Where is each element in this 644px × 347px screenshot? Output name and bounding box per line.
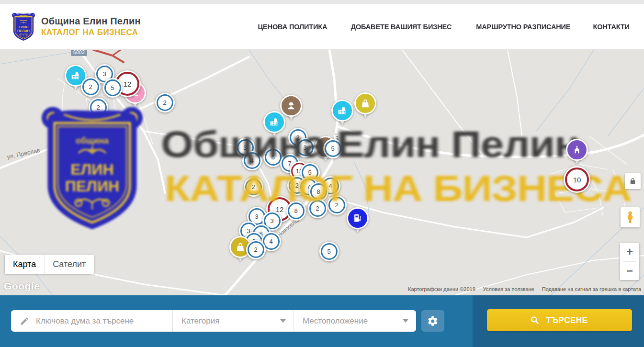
attribution-report-error-link[interactable]: Подаване на сигнал за грешка в картата	[542, 286, 641, 292]
svg-text:община: община	[20, 19, 27, 22]
google-map[interactable]: 6002 ул. Преслав бул. „Новоселци“ ци"	[0, 50, 644, 295]
zoom-out-button[interactable]: −	[620, 261, 639, 280]
attribution-copyright: Картографски данни ©2019	[408, 286, 475, 292]
church-icon	[572, 145, 582, 155]
municipality-crest-logo: община ЕЛИН ПЕЛИН	[11, 12, 35, 42]
chevron-down-icon	[403, 319, 408, 323]
pegman-icon	[624, 210, 636, 224]
street-view-pegman-button[interactable]	[621, 207, 640, 227]
map-attribution: Картографски данни ©2019 Условия за полз…	[408, 286, 641, 292]
svg-text:ПЕЛИН: ПЕЛИН	[17, 29, 30, 33]
map-type-map-button[interactable]: Карта	[5, 255, 44, 274]
search-bar: Категория Местоположение ТЪРСЕНЕ	[0, 295, 644, 347]
main-nav: ЦЕНОВА ПОЛИТИКА ДОБАВЕТЕ ВАШИЯТ БИЗНЕС М…	[256, 22, 631, 31]
page-top-strip	[0, 0, 644, 4]
search-bar-right-panel: ТЪРСЕНЕ	[473, 295, 644, 347]
site-brand[interactable]: община ЕЛИН ПЕЛИН Община Елин Пелин КАТА…	[11, 12, 141, 42]
site-header: община ЕЛИН ПЕЛИН Община Елин Пелин КАТА…	[0, 4, 644, 50]
map-type-satellite-button[interactable]: Сателит	[44, 255, 94, 274]
keyword-search-input[interactable]	[35, 316, 172, 326]
chevron-down-icon	[280, 319, 286, 323]
nav-item-add-business[interactable]: ДОБАВЕТЕ ВАШИЯТ БИЗНЕС	[351, 22, 452, 31]
advanced-search-button[interactable]	[421, 310, 444, 332]
zoom-in-button[interactable]: +	[620, 243, 639, 261]
search-bar-left-panel: Категория Местоположение	[0, 295, 473, 347]
svg-text:ЕЛИН: ЕЛИН	[19, 24, 29, 29]
location-select[interactable]: Местоположение	[294, 310, 416, 332]
search-submit-button[interactable]: ТЪРСЕНЕ	[487, 309, 632, 331]
map-cluster-marker[interactable]: 10	[564, 166, 590, 193]
gear-icon	[427, 315, 439, 327]
category-select-label: Категория	[181, 316, 219, 326]
site-subtitle: КАТАЛОГ НА БИЗНЕСА	[41, 28, 141, 37]
keyword-field-wrap	[11, 310, 172, 332]
lock-icon	[629, 177, 637, 185]
google-logo[interactable]: Google	[4, 280, 40, 292]
location-select-label: Местоположение	[303, 316, 368, 326]
map-pin-church[interactable]	[566, 139, 588, 167]
search-button-label: ТЪРСЕНЕ	[546, 315, 588, 325]
map-type-control: Карта Сателит	[5, 255, 94, 274]
map-top-marker-layer: 10	[0, 50, 644, 295]
search-icon	[530, 315, 540, 325]
lock-scroll-button[interactable]	[625, 173, 641, 189]
category-select[interactable]: Категория	[173, 310, 294, 332]
nav-item-bus-schedule[interactable]: МАРШРУТНО РАЗПИСАНИЕ	[476, 22, 570, 31]
nav-item-contacts[interactable]: КОНТАКТИ	[593, 22, 629, 31]
nav-item-pricing[interactable]: ЦЕНОВА ПОЛИТИКА	[258, 22, 328, 31]
cluster-count: 10	[573, 176, 581, 184]
search-pill: Категория Местоположение	[11, 310, 416, 332]
attribution-terms-link[interactable]: Условия за ползване	[483, 286, 534, 292]
map-zoom-control: + −	[620, 243, 639, 280]
site-title: Община Елин Пелин	[41, 16, 141, 27]
pencil-icon	[20, 316, 29, 326]
